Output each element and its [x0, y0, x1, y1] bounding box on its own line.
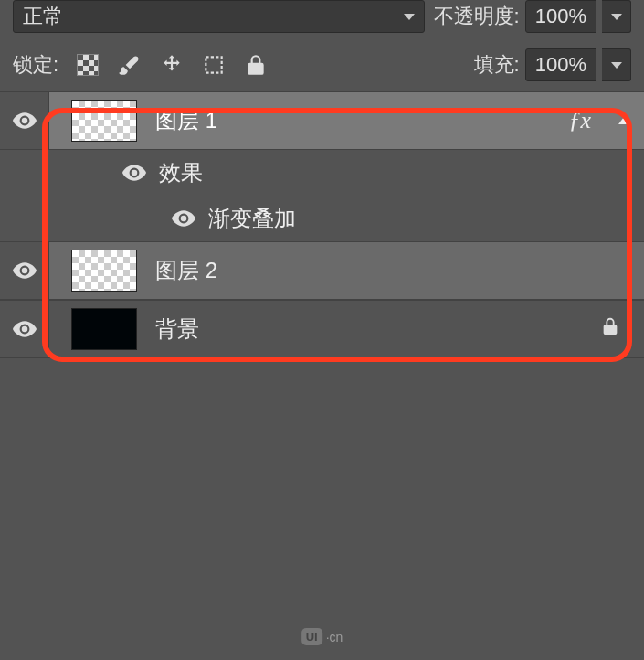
fill-input[interactable]: 100%	[525, 48, 596, 81]
opacity-input[interactable]: 100%	[525, 0, 596, 33]
layer-body: 图层 1 ƒx	[49, 92, 644, 149]
opacity-label: 不透明度:	[434, 3, 520, 30]
lock-transparent-icon[interactable]	[75, 52, 100, 78]
layer-row-background[interactable]: 背景	[0, 300, 644, 358]
layer-thumbnail[interactable]	[71, 250, 137, 292]
chevron-down-icon	[611, 62, 622, 69]
effects-label: 效果	[159, 158, 203, 187]
visibility-toggle[interactable]	[0, 242, 49, 299]
lock-label: 锁定:	[13, 51, 58, 79]
logo-badge: UI	[301, 628, 322, 645]
watermark: UI ·cn	[301, 628, 343, 645]
fill-control: 填充: 100%	[474, 48, 631, 81]
lock-brush-icon[interactable]	[117, 52, 143, 78]
lock-artboard-icon[interactable]	[201, 52, 227, 78]
layers-list: 图层 1 ƒx 效果 渐变叠加 图层 2	[0, 91, 644, 358]
lock-all-icon[interactable]	[243, 52, 269, 78]
opacity-control: 不透明度: 100%	[434, 0, 631, 33]
layer-thumbnail[interactable]	[71, 308, 137, 350]
chevron-down-icon	[611, 14, 622, 20]
layer-row-layer2[interactable]: 图层 2	[0, 241, 644, 300]
blend-mode-select[interactable]: 正常	[13, 0, 425, 33]
fx-indicator[interactable]: ƒx	[568, 107, 591, 134]
fill-label: 填充:	[474, 51, 520, 79]
layer-row-layer1[interactable]: 图层 1 ƒx	[0, 91, 644, 150]
visibility-toggle[interactable]	[0, 92, 49, 149]
blend-opacity-bar: 正常 不透明度: 100%	[0, 0, 644, 38]
layer-name[interactable]: 背景	[155, 314, 199, 344]
effects-row[interactable]: 效果	[0, 150, 644, 196]
gradient-overlay-label: 渐变叠加	[208, 204, 296, 233]
layer-name[interactable]: 图层 1	[155, 106, 217, 135]
lock-bar: 锁定: 填充: 100%	[0, 38, 644, 91]
eye-icon[interactable]	[172, 210, 195, 227]
blend-mode-value: 正常	[23, 3, 63, 30]
layer-body: 图层 2	[49, 242, 644, 299]
layer-body: 背景	[49, 301, 644, 357]
fill-dropdown[interactable]	[602, 48, 631, 81]
chevron-down-icon	[404, 14, 415, 20]
lock-icon[interactable]	[600, 315, 620, 343]
lock-move-icon[interactable]	[159, 52, 185, 78]
eye-icon[interactable]	[122, 165, 146, 181]
layer-name[interactable]: 图层 2	[155, 256, 217, 285]
visibility-toggle[interactable]	[0, 301, 49, 357]
logo-suffix: ·cn	[326, 630, 343, 644]
effect-gradient-overlay-row[interactable]: 渐变叠加	[0, 196, 644, 241]
collapse-effects-icon[interactable]	[618, 117, 629, 124]
layer-thumbnail[interactable]	[71, 100, 137, 142]
opacity-dropdown[interactable]	[602, 0, 631, 33]
